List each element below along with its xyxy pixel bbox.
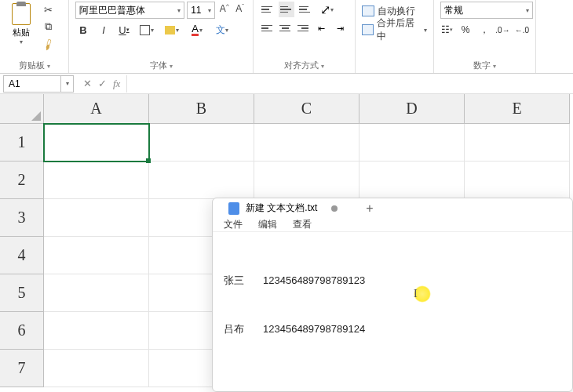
increase-font-button[interactable]: A^ xyxy=(217,2,231,18)
column-header[interactable]: D xyxy=(359,94,465,124)
accept-formula-button[interactable]: ✓ xyxy=(98,78,107,89)
notepad-window[interactable]: 新建 文本文档.txt + 文件 编辑 查看 张三123456489798789… xyxy=(212,198,573,392)
align-right-button[interactable] xyxy=(296,20,311,36)
new-tab-button[interactable]: + xyxy=(366,201,373,216)
fill-color-button[interactable]: ▾ xyxy=(162,22,182,38)
menu-edit[interactable]: 编辑 xyxy=(258,218,277,231)
font-group: 阿里巴巴普惠体▾ 11▾ A^ Aˇ B I U▾ ▾ ▾ A▾ 文▾ 字体 xyxy=(69,0,254,73)
increase-indent-button[interactable]: ⇥ xyxy=(333,20,349,36)
cell[interactable] xyxy=(44,237,149,274)
insert-function-button[interactable]: fx xyxy=(113,78,120,90)
alignment-group: ⤢▾ ⇤ ⇥ 对齐方式 xyxy=(254,0,356,73)
formula-bar-row: A1 ▾ ✕ ✓ fx xyxy=(0,74,573,94)
notepad-icon xyxy=(228,202,239,215)
cell[interactable] xyxy=(465,162,570,199)
row-header[interactable]: 4 xyxy=(0,237,44,274)
cell[interactable] xyxy=(149,162,254,199)
cell[interactable] xyxy=(359,124,465,162)
number-group-label: 数字 xyxy=(440,58,529,73)
cell[interactable] xyxy=(44,350,149,387)
cell[interactable] xyxy=(44,199,149,237)
phonetic-button[interactable]: 文▾ xyxy=(212,22,232,38)
align-center-button[interactable] xyxy=(278,20,293,36)
cut-button[interactable]: ✂ xyxy=(39,2,57,17)
font-group-label: 字体 xyxy=(75,58,246,73)
merge-center-button[interactable]: 合并后居中▾ xyxy=(362,20,427,39)
font-color-button[interactable]: A▾ xyxy=(187,22,207,38)
orientation-button[interactable]: ⤢▾ xyxy=(316,2,337,17)
cell[interactable] xyxy=(44,312,149,350)
italic-button[interactable]: I xyxy=(96,22,111,38)
format-painter-button[interactable]: 🖌 xyxy=(36,33,59,55)
cell[interactable] xyxy=(254,124,359,162)
borders-button[interactable]: ▾ xyxy=(137,22,157,38)
cell[interactable] xyxy=(44,274,149,312)
row-header[interactable]: 7 xyxy=(0,350,44,387)
ribbon: 粘贴 ▾ ✂ ⧉ 🖌 剪贴板 阿里巴巴普惠体▾ 11▾ A^ Aˇ B I U▾… xyxy=(0,0,573,74)
notepad-textarea[interactable]: 张三123456489798789123 吕布12345648979878912… xyxy=(213,232,572,392)
menu-file[interactable]: 文件 xyxy=(224,218,243,231)
paste-label: 粘贴 xyxy=(13,27,30,38)
formula-input[interactable] xyxy=(126,75,573,93)
row-header[interactable]: 3 xyxy=(0,199,44,237)
copy-button[interactable]: ⧉ xyxy=(39,19,57,34)
cell[interactable] xyxy=(465,124,570,162)
notepad-menu: 文件 编辑 查看 xyxy=(213,218,572,232)
number-format-select[interactable]: 常规▾ xyxy=(440,2,533,19)
column-header[interactable]: A xyxy=(44,94,149,124)
align-bottom-button[interactable] xyxy=(297,2,313,17)
bold-button[interactable]: B xyxy=(75,22,91,38)
column-header[interactable]: B xyxy=(149,94,254,124)
paste-icon xyxy=(12,3,31,25)
decrease-indent-button[interactable]: ⇤ xyxy=(313,20,329,36)
row-header[interactable]: 1 xyxy=(0,124,44,162)
clipboard-group: 粘贴 ▾ ✂ ⧉ 🖌 剪贴板 xyxy=(0,0,69,73)
wrap-merge-group: 自动换行 合并后居中▾ xyxy=(356,0,434,73)
alignment-group-label: 对齐方式 xyxy=(260,58,349,73)
percent-button[interactable]: % xyxy=(458,22,472,38)
select-all-corner[interactable] xyxy=(0,94,44,124)
ibeam-cursor-icon: I xyxy=(414,285,431,303)
row-header[interactable]: 5 xyxy=(0,274,44,312)
row-header[interactable]: 2 xyxy=(0,162,44,199)
column-header[interactable]: C xyxy=(254,94,359,124)
cell[interactable] xyxy=(44,162,149,199)
name-box-dropdown[interactable]: ▾ xyxy=(61,75,74,93)
notepad-title: 新建 文本文档.txt xyxy=(246,201,317,215)
column-header[interactable]: E xyxy=(465,94,570,124)
clipboard-group-label: 剪贴板 xyxy=(6,58,62,73)
cell[interactable] xyxy=(254,162,359,199)
notepad-tab[interactable]: 新建 文本文档.txt xyxy=(219,198,347,218)
decrease-font-button[interactable]: Aˇ xyxy=(233,2,246,18)
modified-indicator-icon xyxy=(331,205,338,212)
accounting-format-button[interactable]: ☷▾ xyxy=(440,22,454,38)
paste-button[interactable]: 粘贴 ▾ xyxy=(6,2,36,52)
align-top-button[interactable] xyxy=(260,2,276,17)
row-header[interactable]: 6 xyxy=(0,312,44,350)
decrease-decimal-button[interactable]: ←.0 xyxy=(515,22,529,38)
font-name-select[interactable]: 阿里巴巴普惠体▾ xyxy=(75,2,184,19)
align-left-button[interactable] xyxy=(260,20,275,36)
increase-decimal-button[interactable]: .0→ xyxy=(495,22,509,38)
cell[interactable] xyxy=(149,124,254,162)
underline-button[interactable]: U▾ xyxy=(116,22,132,38)
notepad-titlebar[interactable]: 新建 文本文档.txt + xyxy=(213,198,572,218)
comma-button[interactable]: ， xyxy=(477,22,491,38)
text-cursor-highlight: I xyxy=(414,285,431,303)
cell[interactable] xyxy=(359,162,465,199)
chevron-down-icon: ▾ xyxy=(20,38,23,45)
number-group: 常规▾ ☷▾ % ， .0→ ←.0 数字 xyxy=(434,0,536,73)
cell[interactable] xyxy=(44,124,149,162)
name-box[interactable]: A1 xyxy=(3,75,61,93)
align-middle-button[interactable] xyxy=(279,2,294,17)
cancel-formula-button[interactable]: ✕ xyxy=(83,78,92,89)
menu-view[interactable]: 查看 xyxy=(293,218,312,231)
font-size-select[interactable]: 11▾ xyxy=(187,2,215,19)
